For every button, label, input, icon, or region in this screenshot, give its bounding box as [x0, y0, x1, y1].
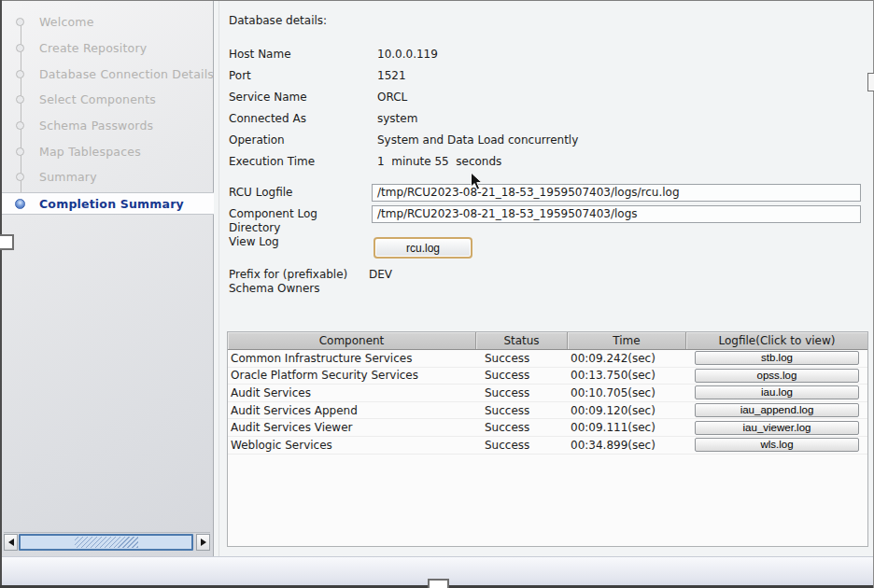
- mouse-cursor-icon: [470, 172, 483, 191]
- component-cell: Audit Services: [228, 386, 476, 399]
- time-cell: 00:09.242(sec): [568, 352, 686, 365]
- step-circle-icon: [16, 173, 24, 181]
- sidebar-step-completion-summary[interactable]: Completion Summary: [2, 192, 214, 215]
- left-arrow-icon: [8, 539, 14, 546]
- step-circle-icon: [16, 95, 24, 104]
- prefix-label: Prefix for (prefixable) Schema Owners: [229, 268, 361, 296]
- sidebar-step-create-repository[interactable]: Create Repository: [2, 37, 214, 60]
- detail-value: ORCL: [377, 91, 407, 104]
- logfile-button[interactable]: iau_append.log: [695, 403, 859, 417]
- sidebar-horizontal-scrollbar: [4, 532, 210, 551]
- table-row[interactable]: Audit Services Viewer Success 00:09.111(…: [228, 419, 867, 437]
- column-header-status[interactable]: Status: [476, 332, 568, 349]
- time-cell: 00:09.111(sec): [568, 421, 686, 434]
- right-arrow-icon: [201, 539, 206, 546]
- step-label: Map Tablespaces: [39, 141, 141, 163]
- rcu-logfile-label: RCU Logfile: [229, 186, 331, 200]
- logfile-button[interactable]: stb.log: [695, 351, 859, 365]
- step-circle-icon: [16, 121, 24, 130]
- detail-label: Port: [229, 69, 369, 82]
- view-log-label: View Log: [229, 235, 331, 249]
- rcu-logfile-field[interactable]: /tmp/RCU2023-08-21_18-53_1959507403/logs…: [372, 184, 861, 202]
- status-cell: Success: [476, 439, 568, 452]
- page-title: Database details:: [229, 14, 327, 27]
- table-row[interactable]: Oracle Platform Security Services Succes…: [228, 368, 867, 385]
- component-cell: Weblogic Services: [228, 439, 476, 452]
- sidebar-step-map-tablespaces[interactable]: Map Tablespaces: [2, 141, 214, 163]
- step-label: Select Components: [39, 89, 156, 111]
- window-edge-artifact: [0, 234, 14, 250]
- step-label: Database Connection Details: [39, 63, 214, 86]
- sidebar-step-database-connection-details[interactable]: Database Connection Details: [2, 63, 214, 86]
- column-header-logfile[interactable]: Logfile(Click to view): [686, 332, 867, 349]
- step-label: Completion Summary: [39, 193, 184, 216]
- detail-value: 10.0.0.119: [377, 48, 438, 61]
- table-row[interactable]: Audit Services Append Success 00:09.120(…: [228, 402, 867, 420]
- step-label: Schema Passwords: [39, 115, 153, 137]
- window-edge-artifact: [867, 73, 874, 91]
- logfile-button[interactable]: opss.log: [695, 369, 859, 383]
- logfile-button[interactable]: iau.log: [695, 385, 859, 399]
- component-cell: Audit Services Viewer: [228, 421, 476, 434]
- wizard-steps-sidebar: Welcome Create Repository Database Conne…: [2, 1, 214, 556]
- status-cell: Success: [476, 421, 568, 434]
- component-log-directory-field[interactable]: /tmp/RCU2023-08-21_18-53_1959507403/logs: [372, 205, 861, 223]
- component-cell: Oracle Platform Security Services: [228, 369, 476, 382]
- time-cell: 00:09.120(sec): [568, 404, 686, 417]
- scrollbar-thumb[interactable]: [19, 534, 193, 551]
- detail-value: 1521: [377, 69, 406, 82]
- detail-label: Host Name: [229, 48, 369, 61]
- sidebar-step-schema-passwords[interactable]: Schema Passwords: [2, 115, 214, 137]
- table-row[interactable]: Weblogic Services Success 00:34.899(sec)…: [228, 437, 867, 455]
- status-cell: Success: [476, 352, 568, 365]
- table-row[interactable]: Audit Services Success 00:10.705(sec) ia…: [228, 385, 867, 402]
- step-circle-icon: [16, 44, 24, 52]
- component-cell: Common Infrastructure Services: [228, 352, 476, 365]
- step-label: Summary: [39, 166, 97, 189]
- detail-value: System and Data Load concurrently: [377, 133, 578, 147]
- column-header-component[interactable]: Component: [228, 332, 476, 349]
- table-row[interactable]: Common Infrastructure Services Success 0…: [228, 350, 867, 368]
- step-label: Welcome: [39, 11, 94, 34]
- detail-label: Execution Time: [229, 155, 369, 168]
- detail-label: Connected As: [229, 112, 369, 125]
- window-edge-artifact: [428, 579, 449, 588]
- window-left-edge: [0, 0, 2, 588]
- component-cell: Audit Services Append: [228, 404, 476, 417]
- step-label: Create Repository: [39, 37, 147, 60]
- time-cell: 00:34.899(sec): [568, 439, 686, 452]
- logfile-button[interactable]: iau_viewer.log: [695, 421, 859, 435]
- detail-value: system: [377, 112, 417, 125]
- sidebar-step-welcome[interactable]: Welcome: [2, 11, 214, 34]
- time-cell: 00:10.705(sec): [568, 386, 686, 399]
- table-header-row: Component Status Time Logfile(Click to v…: [228, 332, 867, 350]
- prefix-value: DEV: [369, 268, 392, 281]
- step-circle-icon: [16, 70, 24, 78]
- detail-value: 1 minute 55 seconds: [377, 155, 501, 168]
- scroll-left-button[interactable]: [4, 534, 18, 551]
- status-cell: Success: [476, 369, 568, 382]
- component-log-directory-label: Component Log Directory: [229, 207, 333, 235]
- sidebar-step-summary[interactable]: Summary: [2, 166, 214, 189]
- completion-summary-panel: Database details: Host Name 10.0.0.119 P…: [220, 1, 873, 556]
- scroll-right-button[interactable]: [196, 534, 210, 551]
- window-top-edge: [0, 0, 874, 1]
- step-active-sphere-icon: [15, 199, 25, 209]
- rcu-wizard-window: Welcome Create Repository Database Conne…: [0, 0, 874, 588]
- detail-label: Service Name: [229, 91, 369, 104]
- panel-divider: [218, 1, 219, 556]
- component-results-table: Component Status Time Logfile(Click to v…: [227, 331, 868, 547]
- sidebar-step-select-components[interactable]: Select Components: [2, 89, 214, 111]
- view-log-button[interactable]: rcu.log: [374, 237, 472, 259]
- status-cell: Success: [476, 386, 568, 399]
- step-circle-icon: [16, 147, 24, 156]
- status-cell: Success: [476, 404, 568, 417]
- scrollbar-grip-icon: [75, 537, 138, 548]
- detail-label: Operation: [229, 133, 369, 147]
- time-cell: 00:13.750(sec): [568, 369, 686, 382]
- column-header-time[interactable]: Time: [568, 332, 686, 349]
- logfile-button[interactable]: wls.log: [695, 438, 859, 452]
- step-circle-icon: [16, 18, 24, 26]
